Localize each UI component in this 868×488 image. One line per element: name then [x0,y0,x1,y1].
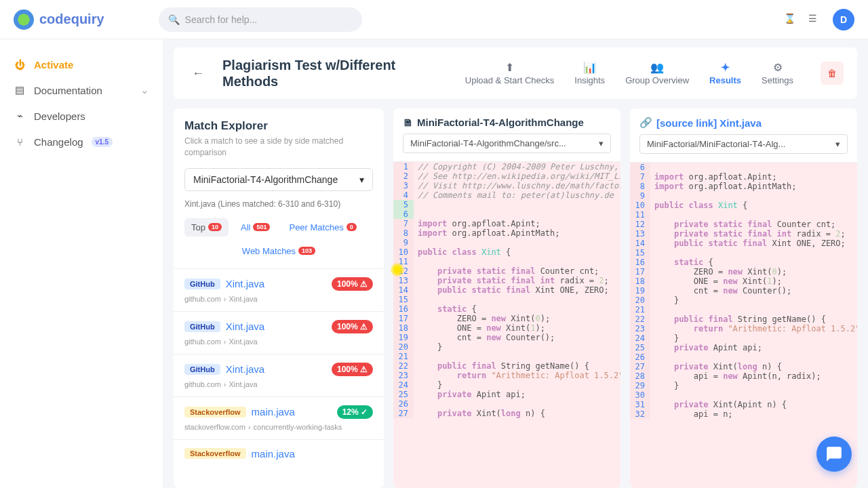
line-content: public final String getName() { [650,314,857,324]
code-line: 14 public static final Xint ONE, ZERO; [630,239,857,248]
topbar: codequiry 🔍 Search for help... ⌛ ☰ D [0,0,868,39]
match-item[interactable]: Stackoverflowmain.java [174,439,384,472]
filter-web[interactable]: Web Matches 103 [235,242,322,260]
line-content: } [650,296,857,305]
tab-insights[interactable]: 📊Insights [574,61,605,85]
chevron-down-icon: ▾ [599,138,604,148]
tab-settings[interactable]: ⚙Settings [762,61,793,85]
tab-upload-start-checks[interactable]: ⬆Upload & Start Checks [465,61,555,85]
sidebar: ⏻ Activate ▤ Documentation ⌄ ⌁ Developer… [0,39,163,488]
line-number: 16 [630,258,650,267]
line-number: 28 [630,371,650,381]
back-button[interactable]: ← [187,62,209,84]
chevron-down-icon: ⌄ [140,84,149,96]
code-line: 10public class Xint { [630,201,857,210]
user-avatar[interactable]: D [833,9,854,30]
code-line: 31 private Xint(Apint n) { [630,400,857,409]
match-filename: main.java [252,406,295,418]
code-line: 26 [630,352,857,362]
code-line: 17 ZERO = new Xint(0); [630,267,857,277]
match-percent: 100% ⚠ [332,277,373,291]
line-content: public static final Xint ONE, ZERO; [650,239,857,248]
sidebar-activate[interactable]: ⏻ Activate [0,52,163,77]
match-path: github.com › Xint.java [184,295,373,303]
code-title-right: 🔗 [source link] Xint.java [639,117,848,129]
match-filename: Xint.java [226,363,265,375]
line-content: private Xint(Apint n) { [650,400,857,409]
code-line: 15 [393,295,620,304]
path-dropdown-left[interactable]: MiniFactorial-T4-AlgorithmChange/src... … [403,134,611,153]
code-line: 18 ONE = new Xint(1); [393,323,620,333]
line-content [414,209,620,219]
code-line: 6 [393,209,620,219]
chevron-down-icon: ▾ [835,139,840,149]
line-number: 16 [393,304,414,314]
line-number: 23 [630,324,650,333]
match-item[interactable]: GitHubXint.java100% ⚠github.com › Xint.j… [174,354,384,396]
filter-peer[interactable]: Peer Matches 0 [282,218,363,237]
line-content: import org.apfloat.Apint; [650,172,857,182]
filter-all[interactable]: All 501 [234,218,277,237]
version-badge: v1.5 [92,137,113,147]
line-number: 21 [393,352,414,361]
match-item[interactable]: GitHubXint.java100% ⚠github.com › Xint.j… [174,268,384,311]
line-number: 24 [393,380,414,390]
code-body-left[interactable]: 1// Copyright (C) 2004-2009 Peter Luschn… [393,162,620,488]
source-link[interactable]: [source link] Xint.java [656,117,762,129]
explorer-subtitle: Click a match to see a side by side matc… [184,136,373,159]
sidebar-changelog[interactable]: ⑂ Changelog v1.5 [0,129,163,155]
sidebar-changelog-label: Changelog [34,136,83,148]
path-dropdown-right[interactable]: MiniFactorial/MiniFactorial-T4-Alg... ▾ [639,134,848,154]
line-number: 19 [630,286,650,296]
code-line: 13 private static final int radix = 2; [630,229,857,239]
tab-results[interactable]: ✦Results [709,61,741,85]
submission-dropdown[interactable]: MiniFactorial-T4-AlgorithmChange ▾ [184,168,373,191]
line-number: 20 [393,342,414,352]
sidebar-developers[interactable]: ⌁ Developers [0,103,163,129]
line-content: private static final Counter cnt; [650,220,857,229]
match-item[interactable]: GitHubXint.java100% ⚠github.com › Xint.j… [174,311,384,354]
line-content: private Apint api; [650,343,857,352]
brand-name: codequiry [39,12,104,27]
source-tag: GitHub [184,321,220,332]
line-content: private static final int radix = 2; [650,229,857,239]
line-content: private static final int radix = 2; [414,276,620,285]
search-input[interactable]: 🔍 Search for help... [159,7,362,32]
chat-button[interactable] [816,436,852,472]
code-line: 15 [630,248,857,258]
line-content: private Xint(long n) { [414,409,620,418]
line-content: public class Xint { [650,201,857,210]
line-number: 20 [630,296,650,305]
line-content: api = new Apint(n, radix); [650,371,857,381]
line-content: static { [414,304,620,314]
hourglass-icon[interactable]: ⌛ [784,13,797,26]
chevron-down-icon: ▾ [359,174,364,185]
brand-logo[interactable]: codequiry [14,9,104,30]
delete-button[interactable]: 🗑 [821,62,844,85]
line-content: // Copyright (C) 2004-2009 Peter Luschny… [414,162,620,171]
sidebar-documentation[interactable]: ▤ Documentation ⌄ [0,77,163,103]
code-icon: ⌁ [14,110,26,122]
match-item[interactable]: Stackoverflowmain.java12% ✓stackoverflow… [174,396,384,439]
line-number: 17 [630,267,650,277]
code-line: 7import org.apfloat.Apint; [393,219,620,228]
topbar-right: ⌛ ☰ D [784,9,854,30]
line-content: import org.apfloat.ApintMath; [414,228,620,238]
filter-top[interactable]: Top 10 [184,218,229,237]
code-line: 29 } [630,381,857,390]
line-content [650,390,857,400]
menu-icon[interactable]: ☰ [808,13,822,26]
page-header: ← Plagiarism Test w/Different Methods ⬆U… [174,47,857,99]
code-line: 21 [393,352,620,361]
line-content: import org.apfloat.Apint; [414,219,620,228]
line-content: } [650,333,857,343]
line-content [414,200,620,209]
line-number: 6 [630,163,650,172]
sidebar-doc-label: Documentation [34,85,102,96]
line-content: ZERO = new Xint(0); [414,314,620,323]
line-content: public final String getName() { [414,361,620,371]
code-panel-right: 🔗 [source link] Xint.java MiniFactorial/… [630,108,857,488]
code-line: 24 } [393,380,620,390]
code-line: 20 } [393,342,620,352]
tab-group-overview[interactable]: 👥Group Overview [625,61,689,85]
